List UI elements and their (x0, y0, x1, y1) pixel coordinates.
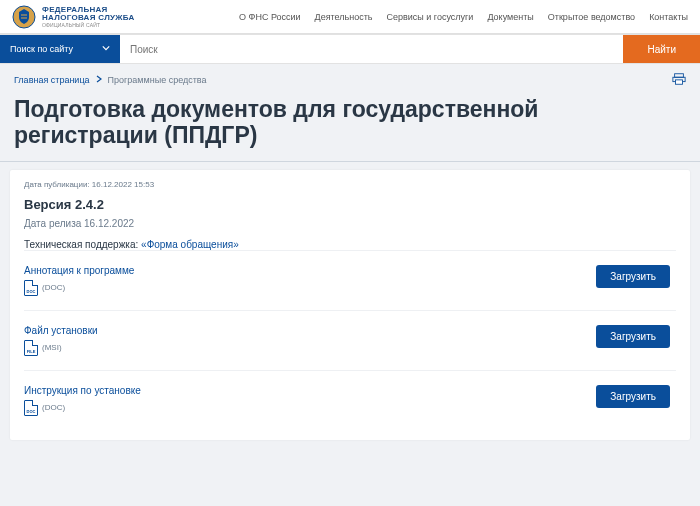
nav-open[interactable]: Открытое ведомство (548, 12, 635, 22)
search-button[interactable]: Найти (623, 35, 700, 63)
nav-activity[interactable]: Деятельность (315, 12, 373, 22)
version-heading: Версия 2.4.2 (24, 197, 676, 212)
chevron-right-icon (96, 75, 102, 85)
download-item: Файл установки FILE (MSI) Загрузить (24, 310, 676, 370)
svg-rect-1 (675, 74, 684, 78)
support-line: Техническая поддержка: «Форма обращения» (24, 239, 676, 250)
print-icon[interactable] (672, 72, 686, 88)
top-bar: ФЕДЕРАЛЬНАЯ НАЛОГОВАЯ СЛУЖБА ОФИЦИАЛЬНЫЙ… (0, 0, 700, 34)
search-scope-label: Поиск по сайту (10, 44, 73, 54)
breadcrumb-current: Программные средства (108, 75, 207, 85)
file-icon: DOC (24, 280, 38, 296)
site-logo[interactable]: ФЕДЕРАЛЬНАЯ НАЛОГОВАЯ СЛУЖБА ОФИЦИАЛЬНЫЙ… (12, 5, 135, 29)
page-title: Подготовка документов для государственно… (0, 92, 700, 157)
svg-rect-3 (676, 80, 683, 84)
nav-services[interactable]: Сервисы и госуслуги (387, 12, 474, 22)
download-button[interactable]: Загрузить (596, 265, 670, 288)
download-button[interactable]: Загрузить (596, 325, 670, 348)
download-ext: (DOC) (42, 283, 65, 292)
search-bar: Поиск по сайту Найти (0, 34, 700, 64)
file-icon: FILE (24, 340, 38, 356)
release-date: Дата релиза 16.12.2022 (24, 218, 676, 229)
download-title[interactable]: Аннотация к программе (24, 265, 134, 276)
support-label: Техническая поддержка: (24, 239, 138, 250)
logo-text: ФЕДЕРАЛЬНАЯ НАЛОГОВАЯ СЛУЖБА ОФИЦИАЛЬНЫЙ… (42, 6, 135, 28)
download-item: Аннотация к программе DOC (DOC) Загрузит… (24, 250, 676, 310)
download-button[interactable]: Загрузить (596, 385, 670, 408)
download-ext: (DOC) (42, 403, 65, 412)
nav-documents[interactable]: Документы (487, 12, 533, 22)
breadcrumb: Главная страница Программные средства (0, 64, 700, 92)
nav-about[interactable]: О ФНС России (239, 12, 301, 22)
download-title[interactable]: Инструкция по установке (24, 385, 141, 396)
publication-date: Дата публикации: 16.12.2022 15:53 (24, 180, 676, 189)
divider (0, 161, 700, 162)
download-title[interactable]: Файл установки (24, 325, 98, 336)
file-icon: DOC (24, 400, 38, 416)
breadcrumb-home[interactable]: Главная страница (14, 75, 90, 85)
download-ext: (MSI) (42, 343, 62, 352)
support-link[interactable]: «Форма обращения» (141, 239, 239, 250)
download-item: Инструкция по установке DOC (DOC) Загруз… (24, 370, 676, 430)
nav-contacts[interactable]: Контакты (649, 12, 688, 22)
search-input[interactable] (120, 35, 623, 63)
emblem-icon (12, 5, 36, 29)
top-nav: О ФНС России Деятельность Сервисы и госу… (239, 12, 688, 22)
content-card: Дата публикации: 16.12.2022 15:53 Версия… (10, 170, 690, 440)
chevron-down-icon (102, 44, 110, 54)
search-scope-dropdown[interactable]: Поиск по сайту (0, 35, 120, 63)
